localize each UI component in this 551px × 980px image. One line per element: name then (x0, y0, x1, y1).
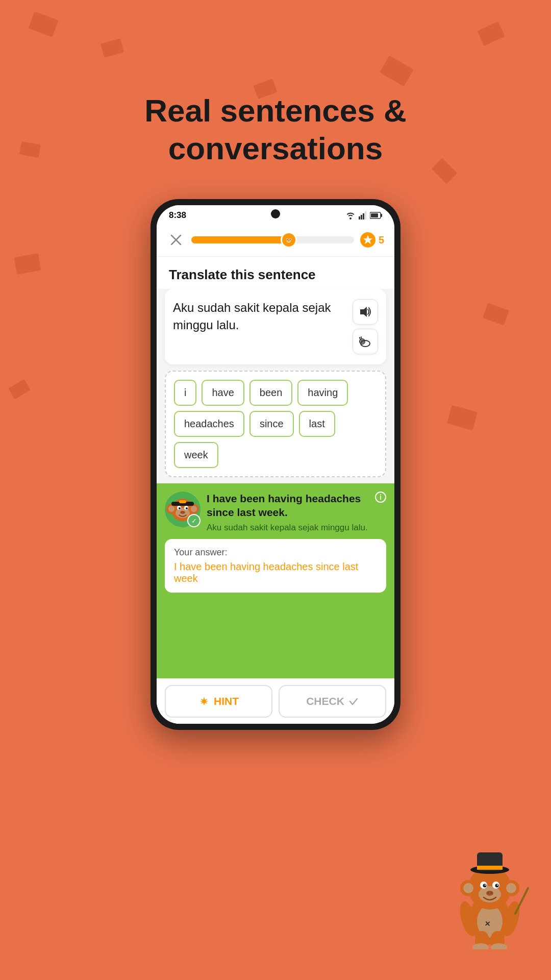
confetti-piece (29, 12, 59, 37)
bottom-monkey-character: × (449, 847, 531, 949)
page-heading: Real sentences & conversations (0, 92, 551, 168)
word-tile[interactable]: since (249, 411, 294, 437)
hint-button[interactable]: HINT (165, 685, 272, 718)
info-circle-icon: i (375, 492, 386, 503)
svg-rect-3 (365, 211, 366, 219)
check-label: CHECK (306, 695, 344, 707)
camera-notch (271, 209, 280, 218)
svg-point-23 (361, 336, 362, 337)
word-tile[interactable]: last (299, 411, 335, 437)
progress-avatar (281, 232, 297, 248)
confetti-piece (8, 379, 31, 400)
word-row-2: headachessincelastweek (174, 411, 377, 468)
svg-point-59 (486, 891, 493, 896)
audio-normal-button[interactable] (353, 299, 378, 325)
svg-text:i: i (380, 493, 382, 501)
info-icon[interactable]: i (375, 492, 386, 505)
svg-point-48 (506, 883, 516, 893)
svg-point-29 (191, 506, 197, 512)
svg-rect-58 (477, 866, 503, 870)
confetti-piece (380, 56, 414, 86)
hint-sparkle-icon (198, 696, 210, 707)
check-badge: ✓ (187, 514, 201, 527)
heading-line2: conversations (168, 131, 383, 166)
sentence-text: Aku sudah sakit kepala sejak minggu lalu… (173, 299, 353, 333)
confetti-piece (483, 303, 509, 325)
svg-text:×: × (485, 918, 491, 929)
svg-point-38 (181, 511, 183, 513)
confetti-piece (447, 405, 478, 430)
status-icons (345, 211, 382, 219)
close-button[interactable] (167, 231, 185, 249)
svg-point-54 (485, 885, 486, 886)
svg-point-27 (168, 506, 174, 512)
svg-point-9 (285, 236, 293, 244)
svg-point-52 (483, 884, 487, 888)
word-tile[interactable]: been (249, 380, 293, 406)
star-coin-icon (363, 235, 373, 245)
svg-rect-6 (371, 213, 378, 217)
svg-point-46 (463, 883, 473, 893)
word-row-1: ihavebeenhaving (174, 380, 377, 406)
svg-point-13 (290, 239, 291, 240)
sentence-card: Aku sudah sakit kepala sejak minggu lalu… (165, 289, 386, 364)
word-tile[interactable]: having (297, 380, 348, 406)
svg-rect-0 (359, 216, 360, 219)
answer-text-block: I have been having headaches since last … (207, 492, 369, 533)
speaker-icon (359, 305, 372, 318)
progress-bar-container (191, 236, 354, 243)
mascot-container: ✓ (165, 492, 201, 527)
word-tile[interactable]: week (174, 442, 218, 468)
app-content: Translate this sentence Aku sudah sakit … (157, 257, 394, 724)
svg-point-61 (490, 892, 492, 894)
hint-label: HINT (214, 695, 239, 707)
coin-icon (360, 232, 375, 248)
progress-bar-fill (191, 236, 289, 243)
confetti-piece (14, 253, 41, 275)
svg-point-55 (497, 885, 498, 886)
your-answer-text: I have been having headaches since last … (174, 561, 377, 584)
svg-rect-1 (361, 215, 362, 219)
wifi-icon (345, 211, 356, 219)
svg-marker-14 (363, 235, 372, 244)
word-tile[interactable]: i (174, 380, 196, 406)
bottom-bar: HINT CHECK (157, 678, 394, 724)
translation-text: Aku sudah sakit kepala sejak minggu lalu… (207, 523, 369, 533)
status-time: 8:38 (169, 210, 186, 220)
battery-icon (370, 212, 382, 219)
audio-controls (353, 299, 378, 354)
svg-rect-2 (363, 213, 364, 219)
svg-point-19 (362, 341, 363, 342)
your-answer-box: Your answer: I have been having headache… (165, 539, 386, 593)
your-answer-label: Your answer: (174, 547, 377, 558)
svg-rect-36 (179, 500, 186, 503)
coin-count: 5 (379, 234, 384, 246)
close-icon (170, 234, 182, 246)
checkmark-icon (348, 696, 359, 706)
app-toolbar: 5 (157, 224, 394, 257)
confetti-piece (101, 38, 124, 57)
svg-point-33 (179, 507, 181, 509)
svg-point-34 (186, 507, 188, 509)
svg-marker-15 (360, 307, 367, 317)
correct-answer: I have been having headaches since last … (207, 492, 369, 520)
snail-icon (358, 334, 372, 349)
progress-mascot-icon (284, 235, 293, 244)
word-tile[interactable]: have (202, 380, 244, 406)
monkey-character-svg: × (449, 847, 531, 949)
word-tiles-area: ihavebeenhaving headachessincelastweek (165, 371, 386, 477)
phone-screen: 8:38 (157, 205, 394, 724)
svg-point-37 (180, 511, 185, 514)
svg-point-12 (287, 239, 288, 240)
svg-rect-5 (381, 214, 382, 217)
question-label: Translate this sentence (157, 257, 394, 289)
audio-slow-button[interactable] (353, 329, 378, 354)
svg-point-22 (359, 337, 360, 338)
svg-point-53 (495, 884, 499, 888)
check-button[interactable]: CHECK (279, 685, 386, 718)
word-tile[interactable]: headaches (174, 411, 244, 437)
phone-mockup: 8:38 (151, 199, 400, 730)
svg-point-60 (487, 892, 489, 894)
coin-container: 5 (360, 232, 384, 248)
answer-section: ✓ I have been having headaches since las… (157, 483, 394, 678)
